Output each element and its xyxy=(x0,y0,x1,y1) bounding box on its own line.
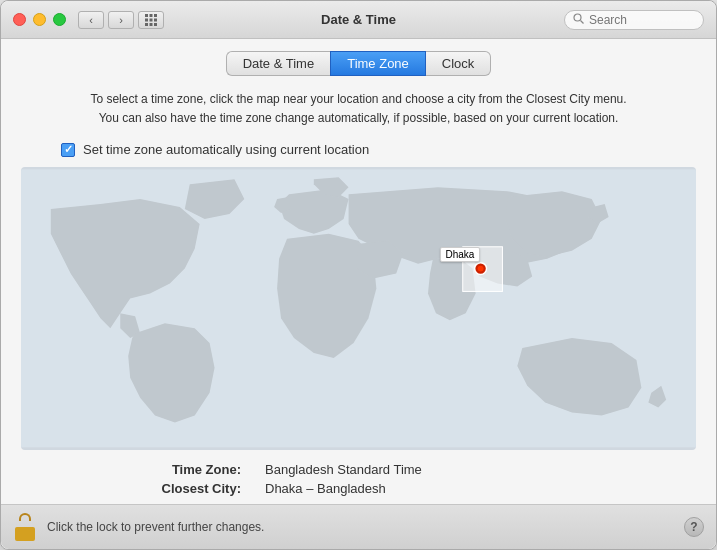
forward-button[interactable]: › xyxy=(108,11,134,29)
tab-date-time[interactable]: Date & Time xyxy=(226,51,331,76)
main-window: ‹ › Date & Time xyxy=(0,0,717,550)
timezone-label: Time Zone: xyxy=(141,462,241,477)
auto-timezone-row[interactable]: Set time zone automatically using curren… xyxy=(1,138,716,167)
svg-rect-0 xyxy=(145,14,148,17)
svg-point-14 xyxy=(478,266,484,272)
svg-rect-4 xyxy=(150,18,153,21)
svg-rect-3 xyxy=(145,18,148,21)
grid-button[interactable] xyxy=(138,11,164,29)
titlebar: ‹ › Date & Time xyxy=(1,1,716,39)
auto-timezone-label: Set time zone automatically using curren… xyxy=(83,142,369,157)
search-input[interactable] xyxy=(589,13,695,27)
content-area: Date & Time Time Zone Clock To select a … xyxy=(1,39,716,504)
nav-buttons: ‹ › xyxy=(78,11,134,29)
timezone-row: Time Zone: Bangladesh Standard Time xyxy=(141,462,716,477)
traffic-lights xyxy=(13,13,66,26)
svg-line-10 xyxy=(581,21,584,24)
svg-rect-6 xyxy=(145,23,148,26)
grid-icon xyxy=(145,14,157,26)
help-button[interactable]: ? xyxy=(684,517,704,537)
city-label: Closest City: xyxy=(141,481,241,496)
svg-rect-2 xyxy=(154,14,157,17)
timezone-value: Bangladesh Standard Time xyxy=(265,462,422,477)
bottom-bar: Click the lock to prevent further change… xyxy=(1,504,716,549)
close-button[interactable] xyxy=(13,13,26,26)
tab-time-zone[interactable]: Time Zone xyxy=(330,51,426,76)
auto-timezone-checkbox[interactable] xyxy=(61,143,75,157)
lock-shackle xyxy=(19,513,31,521)
window-title: Date & Time xyxy=(321,12,396,27)
lock-help-text: Click the lock to prevent further change… xyxy=(47,520,674,534)
lock-body xyxy=(15,527,35,541)
lock-icon[interactable] xyxy=(13,513,37,541)
svg-rect-1 xyxy=(150,14,153,17)
search-box[interactable] xyxy=(564,10,704,30)
svg-rect-5 xyxy=(154,18,157,21)
timezone-info: Time Zone: Bangladesh Standard Time Clos… xyxy=(1,450,716,504)
map-svg xyxy=(21,167,696,450)
tab-clock[interactable]: Clock xyxy=(426,51,492,76)
svg-rect-8 xyxy=(154,23,157,26)
maximize-button[interactable] xyxy=(53,13,66,26)
back-button[interactable]: ‹ xyxy=(78,11,104,29)
svg-point-9 xyxy=(574,14,581,21)
city-value: Dhaka – Bangladesh xyxy=(265,481,386,496)
minimize-button[interactable] xyxy=(33,13,46,26)
description-text: To select a time zone, click the map nea… xyxy=(1,84,716,138)
world-map[interactable]: Dhaka xyxy=(21,167,696,450)
city-row: Closest City: Dhaka – Bangladesh xyxy=(141,481,716,496)
svg-rect-7 xyxy=(150,23,153,26)
tab-bar: Date & Time Time Zone Clock xyxy=(1,39,716,84)
search-icon xyxy=(573,13,584,26)
